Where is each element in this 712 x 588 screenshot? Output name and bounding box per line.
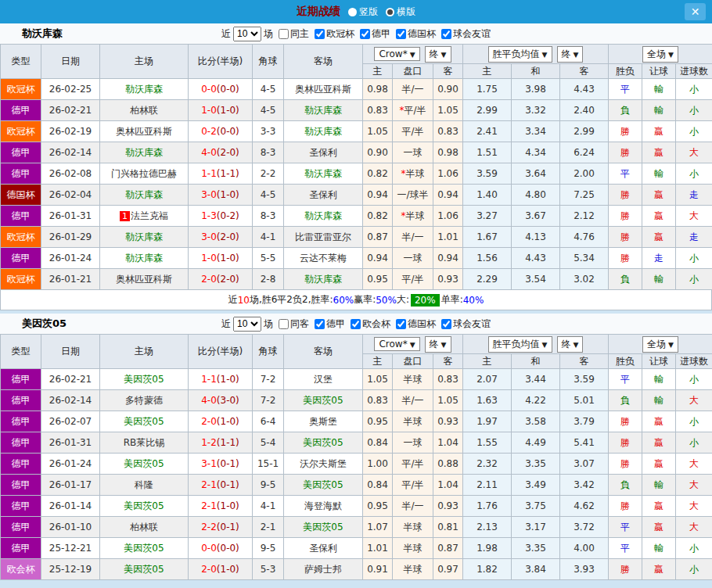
same-venue-checkbox[interactable] [279, 319, 289, 329]
corner-count: 5-3 [253, 559, 284, 580]
home-team: 美因茨05 [100, 369, 189, 390]
close-button[interactable]: ✕ [685, 3, 706, 20]
crow-source-dropdown-value: Crow* [379, 339, 407, 350]
fulltime-score: 0-2 [201, 126, 217, 137]
horizontal-layout-radio[interactable] [386, 8, 394, 16]
competition-3-checkbox[interactable] [441, 319, 451, 329]
crow-away-odds: 0.98 [433, 142, 463, 163]
competition-1-checkbox[interactable] [360, 29, 370, 39]
match-date: 26-02-25 [41, 79, 100, 100]
home-team: 美因茨05 [100, 496, 189, 517]
avg-home-odds: 1.82 [463, 559, 512, 580]
table-row: 德甲26-02-14勒沃库森4-0(2-0)8-3圣保利0.90一球0.981.… [1, 142, 712, 163]
avg-away-odds: 3.93 [560, 559, 609, 580]
final-odds-dropdown[interactable]: 终▼ [425, 46, 451, 63]
vertical-layout-label[interactable]: 竖版 [359, 5, 378, 19]
corner-count: 4-5 [253, 185, 284, 206]
competition-3-label[interactable]: 球会友谊 [453, 27, 491, 41]
match-score: 4-0(3-0) [189, 390, 253, 411]
wdl-average-dropdown[interactable]: 胜平负均值▼ [488, 336, 552, 353]
team-name: 美因茨05 [22, 317, 67, 331]
competition-1-checkbox[interactable] [351, 319, 361, 329]
horizontal-layout-label[interactable]: 横版 [397, 5, 415, 19]
crow-source-dropdown[interactable]: Crow*▼ [374, 337, 419, 351]
final-odds-dropdown-2-value: 终 [562, 48, 571, 59]
competition-0-checkbox[interactable] [315, 29, 325, 39]
handicap-text: 一球 [404, 253, 423, 264]
sub-avg-draw: 和 [512, 354, 560, 369]
competition-2-checkbox[interactable] [396, 319, 406, 329]
full-match-dropdown[interactable]: 全场▼ [642, 336, 678, 353]
crow-source-dropdown[interactable]: Crow*▼ [374, 47, 419, 61]
chevron-down-icon: ▼ [542, 51, 548, 59]
full-match-dropdown[interactable]: 全场▼ [642, 46, 678, 63]
near-count-select[interactable]: 10 [233, 27, 261, 41]
avg-away-odds: 3.79 [560, 411, 609, 432]
competition-2-label[interactable]: 德国杯 [408, 317, 436, 331]
same-venue-label[interactable]: 同主 [290, 27, 309, 41]
vertical-layout-radio[interactable] [348, 8, 357, 16]
competition-2-checkbox[interactable] [396, 29, 406, 39]
wdl-average-dropdown[interactable]: 胜平负均值▼ [488, 46, 552, 63]
home-team: 门兴格拉德巴赫 [100, 163, 189, 185]
away-team: 比雷亚雷亚尔 [284, 227, 363, 248]
crow-away-odds: 0.83 [433, 369, 463, 390]
type-badge: 德甲 [1, 411, 41, 432]
crow-home-odds: 0.91 [363, 559, 393, 580]
result-win-loss: 勝 [609, 121, 642, 142]
full-match-dropdown-value: 全场 [647, 339, 666, 350]
type-badge: 德甲 [1, 454, 41, 475]
type-badge: 欧冠杯 [1, 269, 41, 290]
result-handicap: 贏 [642, 185, 676, 206]
away-team-name: 圣保利 [309, 189, 337, 200]
avg-draw-odds: 3.98 [512, 79, 560, 100]
competition-2-label[interactable]: 德国杯 [408, 27, 436, 41]
competition-0-label[interactable]: 欧冠杯 [326, 27, 354, 41]
halftime-score: (2-0) [217, 147, 239, 158]
avg-home-odds: 2.32 [463, 454, 512, 475]
same-venue-checkbox[interactable] [279, 29, 289, 39]
final-odds-dropdown[interactable]: 终▼ [425, 336, 451, 353]
avg-away-odds: 3.42 [560, 475, 609, 496]
match-date: 26-01-10 [41, 517, 100, 538]
avg-home-odds: 1.75 [463, 79, 512, 100]
result-goals: 走 [676, 185, 712, 206]
result-goals: 大 [676, 142, 712, 163]
home-team-name: 勒沃库森 [125, 231, 163, 242]
handicap-text: 平/半 [401, 479, 423, 490]
home-team: 科隆 [100, 475, 189, 496]
handicap-text: 半球 [404, 564, 423, 575]
crow-away-odds: 0.81 [433, 517, 463, 538]
team-name: 勒沃库森 [22, 27, 63, 41]
chevron-down-icon: ▼ [574, 51, 579, 59]
competition-1-label[interactable]: 欧会杯 [362, 317, 390, 331]
sub-handicap-result: 让球 [642, 64, 676, 79]
result-handicap: 贏 [642, 496, 676, 517]
away-team-name: 美因茨05 [303, 479, 343, 490]
final-odds-dropdown-2[interactable]: 终▼ [557, 46, 584, 63]
competition-1-label[interactable]: 德甲 [372, 27, 390, 41]
home-team-name: 美因茨05 [124, 564, 164, 575]
competition-3-label[interactable]: 球会友谊 [453, 317, 491, 331]
corner-count: 8-3 [253, 142, 284, 163]
type-badge: 德甲 [1, 369, 41, 390]
avg-draw-odds: 3.58 [512, 411, 560, 432]
same-venue-label[interactable]: 同客 [290, 317, 309, 331]
home-team: 柏林联 [100, 100, 189, 121]
result-goals: 大 [676, 517, 712, 538]
crow-home-odds: 1.01 [363, 538, 393, 559]
halftime-score: (0-1) [217, 458, 239, 469]
home-team-name: 美因茨05 [124, 374, 164, 385]
avg-away-odds: 4.76 [560, 227, 609, 248]
competition-3-checkbox[interactable] [441, 29, 451, 39]
competition-0-label[interactable]: 德甲 [326, 317, 345, 331]
fulltime-score: 1-0 [201, 105, 217, 116]
competition-0-checkbox[interactable] [315, 319, 325, 329]
crow-home-odds: 1.00 [363, 454, 393, 475]
final-odds-dropdown-2[interactable]: 终▼ [557, 336, 584, 353]
result-win-loss: 負 [609, 390, 642, 411]
result-goals: 走 [676, 227, 712, 248]
corner-count: 7-2 [253, 369, 284, 390]
near-count-select[interactable]: 10 [233, 317, 261, 332]
fulltime-score: 1-2 [201, 437, 217, 448]
